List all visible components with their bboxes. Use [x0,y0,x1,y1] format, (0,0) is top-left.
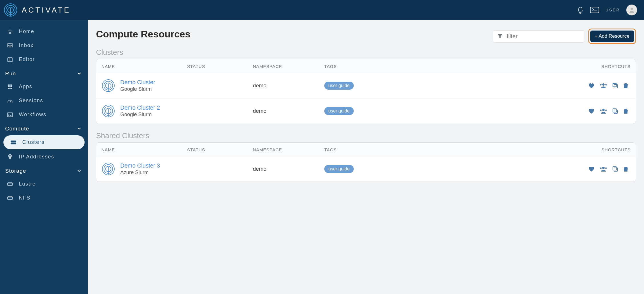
sidebar-item-workflows[interactable]: Workflows [0,108,88,122]
col-status: STATUS [187,64,253,69]
pin-icon [7,154,13,160]
copy-icon[interactable] [612,83,618,88]
table-row: Demo Cluster Google Slurm demo user guid… [96,73,636,98]
clusters-table: NAME STATUS NAMESPACE TAGS SHORTCUTS Dem… [96,59,636,124]
svg-point-23 [602,83,605,86]
cluster-logo-icon [101,79,115,92]
heart-icon[interactable] [588,166,595,172]
col-shortcuts: SHORTCUTS [393,147,631,152]
col-name: NAME [101,64,187,69]
chevron-down-icon [77,72,81,75]
svg-point-39 [602,167,605,169]
sidebar-item-lustre[interactable]: Lustre [0,177,88,191]
copy-icon[interactable] [612,166,618,172]
avatar[interactable] [626,5,637,15]
section-title-clusters: Clusters [96,48,636,57]
cluster-link[interactable]: Demo Cluster [120,79,155,86]
sidebar-item-home[interactable]: Home [0,25,88,39]
sidebar-item-label: Workflows [19,112,46,118]
svg-point-25 [605,84,607,85]
svg-point-32 [600,109,601,111]
sidebar-item-apps[interactable]: Apps [0,80,88,94]
copy-icon[interactable] [612,108,618,114]
svg-rect-35 [613,109,616,112]
brand-name: ACTIVATE [22,6,71,15]
inbox-icon [7,43,13,48]
svg-rect-13 [11,88,12,89]
sidebar-item-ip-addresses[interactable]: IP Addresses [0,150,88,164]
cluster-subtitle: Google Slurm [120,112,160,118]
filter-box[interactable] [493,30,584,43]
svg-rect-6 [9,84,11,86]
users-icon[interactable] [600,166,607,172]
cell-namespace: demo [253,108,324,114]
col-namespace: NAMESPACE [253,147,324,152]
svg-point-3 [631,8,633,10]
svg-point-24 [600,84,601,85]
col-tags: TAGS [324,64,393,69]
grid-icon [7,84,13,89]
sidebar-item-nfs[interactable]: NFS [0,191,88,205]
cluster-logo-icon [101,162,115,176]
sidebar-section-label: Storage [5,168,26,174]
sidebar-section-storage[interactable]: Storage [0,164,88,177]
terminal-small-icon [7,112,13,117]
svg-rect-26 [614,84,617,88]
add-resource-button[interactable]: + Add Resource [590,31,634,42]
trash-icon[interactable] [623,108,628,114]
svg-point-41 [605,167,607,169]
sidebar-section-run[interactable]: Run [0,67,88,80]
cluster-link[interactable]: Demo Cluster 3 [120,162,160,169]
cluster-logo-icon [101,104,115,118]
heart-icon[interactable] [588,83,595,88]
svg-rect-4 [8,58,12,62]
svg-point-31 [602,109,605,111]
users-icon[interactable] [600,83,607,88]
sidebar: Home Inbox Editor Run Apps [0,0,88,294]
svg-rect-15 [11,141,16,142]
col-namespace: NAMESPACE [253,64,324,69]
page-title: Compute Resources [96,29,191,40]
cell-namespace: demo [253,82,324,89]
sidebar-item-label: NFS [19,195,31,201]
sidebar-item-label: IP Addresses [19,154,54,160]
svg-rect-14 [7,113,13,117]
svg-rect-16 [11,143,16,144]
svg-rect-12 [9,88,11,89]
sidebar-item-label: Clusters [22,139,45,145]
trash-icon[interactable] [623,83,628,88]
table-row: Demo Cluster 3 Azure Slurm demo user gui… [96,156,636,182]
sidebar-item-inbox[interactable]: Inbox [0,39,88,53]
sidebar-item-clusters[interactable]: Clusters [3,135,85,149]
users-icon[interactable] [600,108,607,114]
svg-rect-34 [614,110,617,113]
shared-clusters-table: NAME STATUS NAMESPACE TAGS SHORTCUTS Dem… [96,142,636,182]
shortcuts-cell [393,166,631,172]
tag-badge[interactable]: user guide [324,107,354,115]
col-tags: TAGS [324,147,393,152]
filter-input[interactable] [506,33,580,40]
home-icon [7,29,13,35]
user-label[interactable]: USER [605,8,620,12]
cluster-subtitle: Google Slurm [120,86,155,92]
table-header: NAME STATUS NAMESPACE TAGS SHORTCUTS [96,143,636,156]
tag-badge[interactable]: user guide [324,82,354,90]
chevron-down-icon [77,170,81,172]
svg-rect-10 [11,86,12,87]
tag-badge[interactable]: user guide [324,165,354,173]
topbar-right: USER [577,5,637,15]
sidebar-item-sessions[interactable]: Sessions [0,94,88,108]
cell-namespace: demo [253,166,324,172]
sidebar-section-compute[interactable]: Compute [0,122,88,135]
bell-icon[interactable] [577,6,584,14]
sidebar-item-editor[interactable]: Editor [0,53,88,67]
trash-icon[interactable] [623,166,628,172]
section-title-shared-clusters: Shared Clusters [96,131,636,140]
terminal-icon[interactable] [590,7,599,13]
col-name: NAME [101,147,187,152]
editor-icon [7,57,13,62]
heart-icon[interactable] [588,108,595,114]
svg-rect-43 [613,167,616,170]
cluster-link[interactable]: Demo Cluster 2 [120,104,160,111]
svg-point-17 [9,155,11,156]
